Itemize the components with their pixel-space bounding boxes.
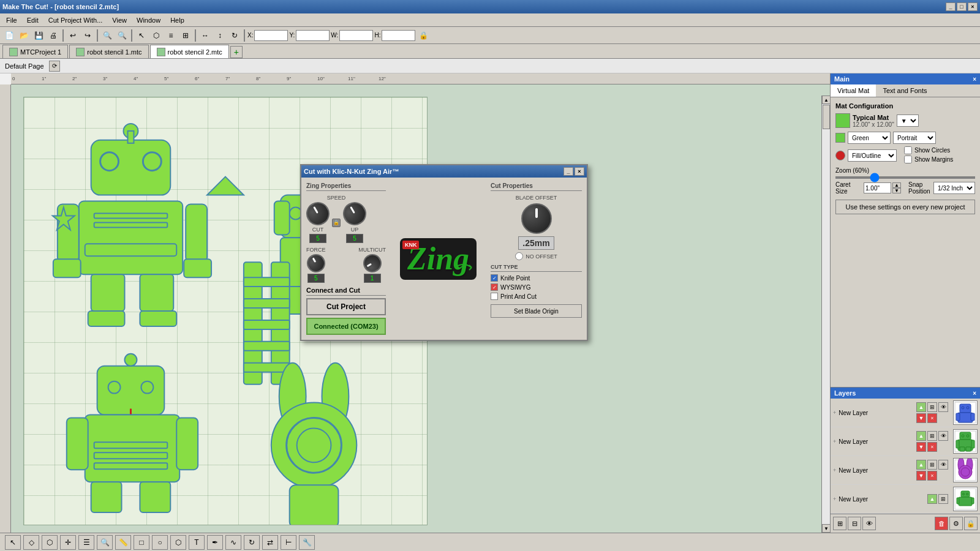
menu-cut-project[interactable]: Cut Project With... <box>45 15 107 25</box>
bt-move-btn[interactable]: ✛ <box>60 535 76 550</box>
layer-down-btn-2[interactable]: ▼ <box>916 442 926 452</box>
print-cut-checkbox[interactable] <box>491 293 498 300</box>
bt-scroll-btn[interactable]: ☰ <box>78 535 94 550</box>
layer-down-btn-1[interactable]: ▼ <box>916 413 926 423</box>
tab-robotstencil2[interactable]: robot stencil 2.mtc <box>150 45 229 58</box>
layer-up-btn-2[interactable]: ▲ <box>916 431 926 441</box>
y-input[interactable] <box>296 30 330 41</box>
layer-grid-btn-2[interactable]: ⊞ <box>927 431 937 441</box>
flip-h-btn[interactable]: ↔ <box>198 29 212 42</box>
caret-size-input[interactable] <box>864 182 891 193</box>
print-btn[interactable]: 🖨 <box>47 29 60 42</box>
bt-measure-btn[interactable]: 📏 <box>115 535 131 550</box>
page-refresh-btn[interactable]: ⟳ <box>49 61 60 72</box>
bt-circle-btn[interactable]: ○ <box>152 535 168 550</box>
mat-dropdown[interactable]: ▼ <box>897 114 919 127</box>
menu-window[interactable]: Window <box>133 15 164 25</box>
fill-dropdown[interactable]: Fill/Outline <box>848 149 897 162</box>
zoom-in-btn[interactable]: 🔍 <box>100 29 114 42</box>
bt-pointer-btn[interactable]: ↖ <box>5 535 21 550</box>
lock-icon[interactable]: 🔒 <box>332 219 341 227</box>
speed-up-knob[interactable] <box>339 198 371 230</box>
orientation-dropdown[interactable]: Portrait <box>893 132 936 144</box>
scroll-up-btn[interactable]: ▲ <box>822 96 830 104</box>
layer-grid-btn-1[interactable]: ⊞ <box>927 402 937 412</box>
no-offset-radio[interactable] <box>515 252 523 260</box>
show-circles-checkbox[interactable] <box>904 146 912 154</box>
layer-eye-btn-2[interactable]: 👁 <box>938 431 948 441</box>
lb-trash-btn[interactable]: 🗑 <box>935 517 948 530</box>
layer-grid-btn-4[interactable]: ⊞ <box>938 494 948 504</box>
lb-grid-btn[interactable]: ⊟ <box>848 517 861 530</box>
align-btn[interactable]: ≡ <box>164 29 178 42</box>
undo-btn[interactable]: ↩ <box>66 29 80 42</box>
menu-view[interactable]: View <box>108 15 130 25</box>
new-btn[interactable]: 📄 <box>2 29 16 42</box>
bt-poly-btn[interactable]: ⬡ <box>170 535 186 550</box>
caret-up-btn[interactable]: ▲ <box>892 182 901 188</box>
layers-close-btn[interactable]: × <box>973 390 976 397</box>
layer-x-btn-3[interactable]: × <box>927 471 937 481</box>
node-btn[interactable]: ⬡ <box>149 29 163 42</box>
flip-v-btn[interactable]: ↕ <box>213 29 227 42</box>
bt-zoom-btn[interactable]: 🔍 <box>97 535 113 550</box>
scroll-track[interactable] <box>822 104 830 524</box>
bt-text-btn[interactable]: T <box>189 535 205 550</box>
dialog-minimize-btn[interactable]: _ <box>564 167 573 176</box>
snap-position-dropdown[interactable]: 1/32 Inch <box>933 182 975 194</box>
show-margins-checkbox[interactable] <box>904 156 912 163</box>
tab-robotstencil1[interactable]: robot stencil 1.mtc <box>69 45 148 58</box>
lb-eye-btn[interactable]: 👁 <box>862 517 876 530</box>
redo-btn[interactable]: ↪ <box>81 29 94 42</box>
scrollbar-vertical[interactable]: ▲ ▼ <box>821 96 830 533</box>
color-dropdown[interactable]: Green <box>848 132 891 144</box>
bt-caliper-btn[interactable]: ⊢ <box>281 535 296 550</box>
knife-point-checkbox[interactable]: ✓ <box>491 274 498 282</box>
cut-project-btn[interactable]: Cut Project <box>306 298 386 315</box>
force-knob[interactable] <box>303 251 328 276</box>
multicut-knob[interactable] <box>360 251 385 276</box>
tab-mtcproject1[interactable]: MTCProject 1 <box>2 45 68 58</box>
menu-help[interactable]: Help <box>167 15 188 25</box>
connected-btn[interactable]: Connected (COM23) <box>306 318 386 335</box>
layer-down-btn-3[interactable]: ▼ <box>916 471 926 481</box>
x-input[interactable] <box>254 30 288 41</box>
layer-eye-btn-3[interactable]: 👁 <box>938 460 948 470</box>
layer-x-btn-1[interactable]: × <box>927 413 937 423</box>
save-btn[interactable]: 💾 <box>32 29 45 42</box>
lb-settings-btn[interactable]: ⚙ <box>949 517 963 530</box>
layer-eye-btn-1[interactable]: 👁 <box>938 402 948 412</box>
w-input[interactable] <box>339 30 373 41</box>
lb-add-btn[interactable]: ⊞ <box>833 517 846 530</box>
tab-text-fonts[interactable]: Text and Fonts <box>876 84 933 97</box>
layer-expand-1[interactable]: + <box>833 410 836 416</box>
layer-x-btn-2[interactable]: × <box>927 442 937 452</box>
layer-grid-btn-3[interactable]: ⊞ <box>927 460 937 470</box>
bt-rotate-btn[interactable]: ↻ <box>244 535 260 550</box>
bt-node-btn[interactable]: ◇ <box>23 535 39 550</box>
layer-expand-3[interactable]: + <box>833 467 836 473</box>
caret-down-btn[interactable]: ▼ <box>892 188 901 193</box>
layer-expand-2[interactable]: + <box>833 438 836 444</box>
group-btn[interactable]: ⊞ <box>179 29 192 42</box>
use-settings-btn[interactable]: Use these settings on every new project <box>835 200 975 214</box>
lb-lock-btn[interactable]: 🔒 <box>964 517 978 530</box>
panel-close-btn[interactable]: × <box>973 76 976 83</box>
bt-pen-btn[interactable]: ✒ <box>207 535 223 550</box>
open-btn[interactable]: 📂 <box>17 29 31 42</box>
blade-offset-knob[interactable] <box>521 203 552 234</box>
bt-rect-btn[interactable]: □ <box>134 535 149 550</box>
layer-up-btn-1[interactable]: ▲ <box>916 402 926 412</box>
wysiwyg-checkbox[interactable]: ✓ <box>491 283 498 291</box>
set-blade-origin-btn[interactable]: Set Blade Origin <box>491 304 582 318</box>
bt-wrench-btn[interactable]: 🔧 <box>299 535 315 550</box>
layer-expand-4[interactable]: + <box>833 496 836 502</box>
minimize-btn[interactable]: _ <box>946 2 956 11</box>
tab-virtual-mat[interactable]: Virtual Mat <box>831 84 876 97</box>
bt-bezier-btn[interactable]: ∿ <box>225 535 241 550</box>
close-btn[interactable]: × <box>968 2 978 11</box>
lock-aspect-btn[interactable]: 🔒 <box>417 29 430 42</box>
tab-add-btn[interactable]: + <box>230 46 243 58</box>
bt-lasso-btn[interactable]: ⬡ <box>42 535 58 550</box>
speed-cut-knob[interactable] <box>302 198 334 230</box>
